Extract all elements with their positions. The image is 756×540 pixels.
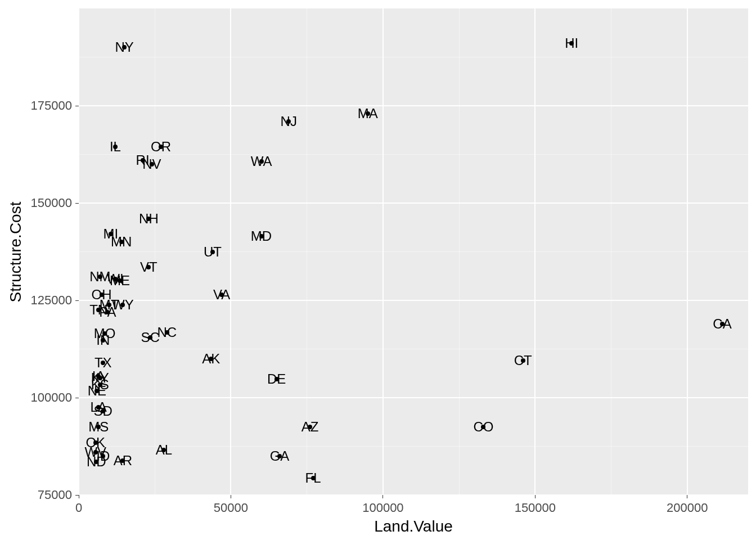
- grid-line: [79, 154, 748, 155]
- x-tick: [79, 495, 79, 498]
- x-tick: [535, 495, 536, 498]
- grid-line: [155, 8, 155, 495]
- data-point: [259, 234, 264, 238]
- y-tick-label: 75000: [38, 488, 72, 502]
- y-tick-label: 100000: [31, 390, 72, 405]
- grid-line: [79, 57, 748, 57]
- grid-line: [79, 300, 748, 301]
- y-tick: [75, 495, 79, 496]
- grid-line: [79, 494, 748, 496]
- grid-line: [79, 446, 748, 447]
- data-point: [141, 158, 145, 163]
- data-point: [102, 331, 107, 336]
- data-point: [521, 358, 525, 363]
- x-tick-label: 0: [75, 501, 82, 515]
- x-tick: [687, 495, 687, 498]
- data-point: [311, 476, 316, 480]
- grid-line: [79, 349, 748, 349]
- data-point: [210, 250, 215, 254]
- y-tick: [75, 106, 79, 106]
- grid-line: [79, 397, 748, 398]
- data-point: [119, 240, 124, 244]
- y-axis-title: Structure.Cost: [7, 201, 25, 302]
- y-tick-label: 125000: [31, 293, 72, 308]
- data-point: [259, 159, 264, 164]
- data-point: [113, 145, 118, 149]
- y-tick-label: 175000: [31, 98, 72, 113]
- data-point: [96, 425, 101, 429]
- data-point: [94, 389, 99, 393]
- grid-line: [611, 8, 611, 495]
- data-point: [165, 330, 169, 335]
- grid-line: [382, 8, 384, 495]
- grid-line: [459, 8, 460, 495]
- y-tick-label: 150000: [31, 196, 72, 210]
- data-point: [93, 440, 98, 445]
- data-point: [366, 111, 370, 116]
- grid-line: [687, 8, 688, 495]
- data-point: [219, 292, 224, 297]
- data-point: [113, 277, 118, 281]
- x-tick: [382, 495, 383, 498]
- data-point: [159, 145, 163, 149]
- grid-line: [534, 8, 536, 495]
- data-point: [308, 425, 312, 429]
- data-point: [93, 450, 98, 454]
- grid-line: [78, 8, 79, 495]
- grid-line: [230, 8, 231, 495]
- data-point: [720, 322, 724, 326]
- data-point: [286, 119, 291, 124]
- data-point: [277, 454, 282, 458]
- x-tick-label: 150000: [515, 501, 556, 515]
- grid-line: [79, 105, 748, 106]
- x-tick-label: 200000: [667, 501, 708, 515]
- grid-line: [307, 8, 307, 495]
- chart-container: 0500001000001500002000007500010000012500…: [0, 0, 756, 540]
- y-tick: [75, 300, 79, 301]
- data-point: [100, 292, 104, 297]
- x-tick-label: 100000: [362, 501, 403, 515]
- x-tick-label: 50000: [214, 501, 248, 515]
- y-tick: [75, 398, 79, 398]
- grid-line: [79, 202, 748, 204]
- data-point: [101, 361, 105, 365]
- x-tick: [231, 495, 231, 498]
- data-point: [148, 335, 152, 340]
- data-point: [150, 162, 154, 166]
- y-tick: [75, 203, 79, 204]
- data-point: [98, 382, 102, 387]
- grid-line: [79, 251, 748, 252]
- x-axis-title: Land.Value: [374, 518, 453, 536]
